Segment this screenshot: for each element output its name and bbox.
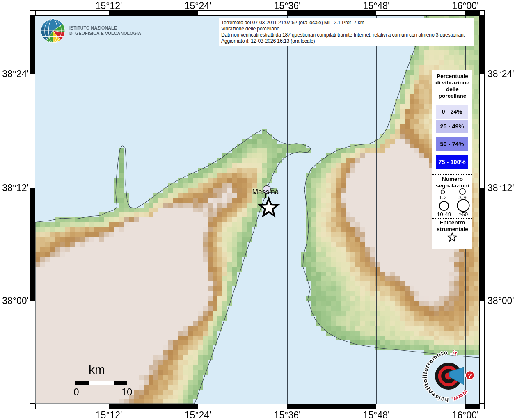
legend-count-label-1-2: 1-2 (439, 194, 447, 201)
event-info-line-4: Aggiornato il: 12-03-2026 16:13 (ora loc… (221, 38, 472, 44)
shakemap-page: { "info_box": { "lines": [ "Terremoto de… (0, 0, 515, 420)
scalebar-seg4 (114, 381, 127, 385)
legend-count-label-3-9: 3-9 (458, 194, 467, 201)
haisentito-logo: www. haisentitoilterremoto .it ? (421, 348, 476, 404)
ingv-name: ISTITUTO NAZIONALE DI GEOFISICA E VULCAN… (69, 25, 141, 37)
legend-circle-1-2-icon (441, 190, 445, 194)
logo-text-it: .it (450, 349, 458, 357)
axis-label-bottom-2: 15°24' (185, 410, 211, 420)
legend-counts-title-line1: Numero (432, 176, 473, 183)
axis-label-right-2: 38°12' (488, 183, 514, 193)
axis-label-left-3: 38°00' (0, 295, 29, 306)
scalebar (75, 381, 127, 385)
ingv-globe-icon (40, 18, 66, 43)
axis-label-top-3: 15°36' (274, 0, 301, 11)
axis-label-top-5: 16°00' (452, 0, 479, 11)
legend-title-line3: delle (432, 86, 473, 93)
legend-divider-2 (432, 218, 472, 219)
scalebar-end: 10 (121, 386, 133, 398)
legend-title-line1: Percentuale (432, 73, 473, 80)
legend-title-line4: porcellane (432, 93, 473, 99)
legend-count-label-10-49: 10-49 (437, 211, 451, 217)
legend-swatch-0-24: 0 - 24% (436, 105, 468, 119)
axis-label-top-4: 15°48' (363, 0, 390, 11)
axis-label-bottom-1: 15°12' (96, 410, 122, 420)
axis-label-right-3: 38°00' (488, 295, 514, 306)
legend-swatch-25-49: 25 - 49% (436, 120, 468, 133)
scalebar-seg3 (101, 381, 114, 385)
legend-counts-title-line2: segnalazioni (432, 183, 473, 189)
legend-circle-3-9-icon (460, 189, 465, 194)
scalebar-start: 0 (73, 386, 79, 398)
legend-epicenter-star-icon (448, 233, 457, 241)
legend-circle-10-49-icon (439, 201, 449, 210)
messina-label: Messina (245, 188, 286, 196)
legend-epicenter-title-line1: Epicentro (432, 219, 473, 226)
event-info-line-2: Vibrazione delle porcellane (221, 26, 472, 32)
axis-label-left-1: 38°24' (0, 68, 29, 79)
event-info-box: Terremoto del 07-03-2011 21:07:52 (ora l… (219, 18, 474, 46)
legend-epicenter-title-line2: strumentale (432, 226, 473, 233)
axis-label-bottom-3: 15°36' (274, 410, 301, 420)
axis-label-bottom-4: 15°48' (363, 410, 390, 420)
legend-swatch-75-100: 75 - 100% (436, 155, 468, 169)
scalebar-unit: km (89, 363, 105, 377)
axis-label-top-1: 15°12' (96, 0, 122, 11)
axis-label-bottom-5: 16°00' (452, 410, 479, 420)
ingv-logo: ISTITUTO NAZIONALE DI GEOFISICA E VULCAN… (40, 18, 147, 43)
logo-question-mark: ? (468, 372, 472, 379)
axis-label-right-1: 38°24' (488, 68, 514, 79)
logo-text-www: www. (451, 388, 469, 403)
legend-title-line2: di vibrazione (432, 80, 473, 86)
legend: Percentuale di vibrazione delle porcella… (432, 70, 472, 249)
legend-count-label-ge50: ≥50 (459, 211, 468, 217)
ingv-name-line2: DI GEOFISICA E VULCANOLOGIA (69, 31, 141, 37)
legend-swatch-50-74: 50 - 74% (436, 137, 468, 151)
epicenter-star-icon (256, 196, 281, 220)
scalebar-seg2 (88, 381, 101, 385)
legend-circle-ge50-icon (458, 200, 469, 212)
event-info-line-1: Terremoto del 07-03-2011 21:07:52 (ora l… (221, 20, 472, 26)
event-info-line-3: Dati non verificati estratti da 187 ques… (221, 32, 472, 38)
legend-divider-1 (432, 174, 472, 175)
axis-label-left-2: 38°12' (0, 183, 29, 193)
axis-label-top-2: 15°24' (185, 0, 211, 11)
ingv-name-line1: ISTITUTO NAZIONALE (69, 25, 141, 31)
scalebar-seg1 (76, 381, 88, 385)
